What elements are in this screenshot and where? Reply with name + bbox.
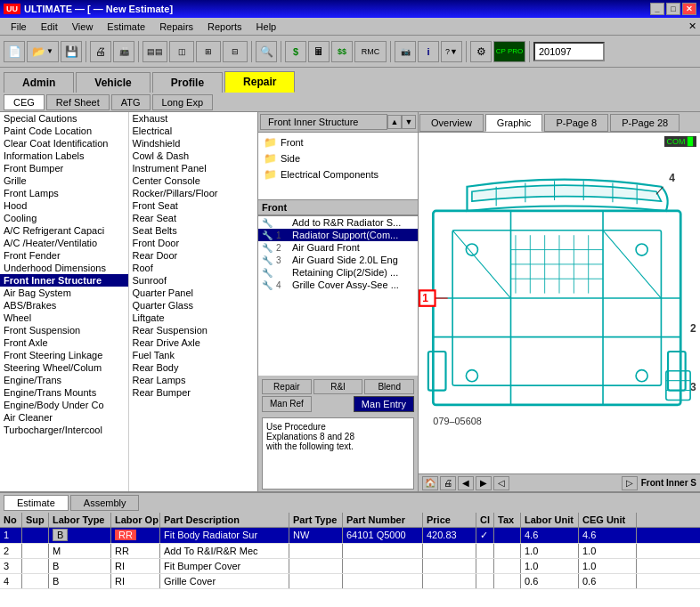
toolbar-btn3[interactable]: ▤▤ — [142, 41, 167, 62]
man-ref-btn[interactable]: Man Ref — [262, 396, 312, 412]
toolbar-info[interactable]: i — [418, 41, 439, 62]
toolbar-btn5[interactable]: ⊞ — [196, 41, 221, 62]
cat-fuel-tank[interactable]: Fuel Tank — [129, 349, 258, 361]
cat-clear-coat[interactable]: Clear Coat Identification — [0, 137, 128, 150]
cat-rocker[interactable]: Rocker/Pillars/Floor — [129, 187, 258, 199]
graphic-home-btn[interactable]: 🏠 — [422, 476, 438, 490]
menu-estimate[interactable]: Estimate — [100, 20, 152, 34]
graphic-collapse-btn[interactable]: ◁ — [493, 476, 509, 490]
cat-front-fender[interactable]: Front Fender — [0, 249, 128, 262]
cat-front-lamps[interactable]: Front Lamps — [0, 187, 128, 199]
rri-btn[interactable]: R&I — [313, 379, 363, 394]
cat-seat-belts[interactable]: Seat Belts — [129, 224, 258, 237]
part-item-5[interactable]: 🔧 4 Grille Cover Assy-See ... — [258, 279, 418, 291]
cat-special-cautions[interactable]: Special Cautions — [0, 112, 128, 125]
cat-sunroof[interactable]: Sunroof — [129, 274, 258, 287]
cat-grille[interactable]: Grille — [0, 174, 128, 187]
cat-roof[interactable]: Roof — [129, 262, 258, 274]
cat-turbo[interactable]: Turbocharger/Intercool — [0, 424, 128, 436]
cat-rear-susp[interactable]: Rear Suspension — [129, 324, 258, 336]
cat-quarter-panel[interactable]: Quarter Panel — [129, 287, 258, 299]
tab-ppage8[interactable]: P-Page 8 — [544, 114, 608, 132]
tab-profile[interactable]: Profile — [152, 72, 223, 93]
toolbar-new[interactable]: 📄 — [4, 41, 25, 62]
menu-reports[interactable]: Reports — [200, 20, 249, 34]
part-item-2[interactable]: 🔧 2 Air Guard Front — [258, 241, 418, 254]
repair-btn[interactable]: Repair — [262, 379, 312, 394]
tree-scroll-down[interactable]: ▼ — [402, 115, 416, 129]
part-item-1[interactable]: 🔧 1 Radiator Support(Com... — [258, 229, 418, 241]
cat-rear-bumper[interactable]: Rear Bumper — [129, 386, 258, 399]
menu-edit[interactable]: Edit — [34, 20, 65, 34]
toolbar-open-dropdown[interactable]: 📂▼ — [27, 41, 59, 62]
cat-steering-linkage[interactable]: Front Steering Linkage — [0, 349, 128, 361]
table-row[interactable]: 2 M RR Add To R&I/R&R Mec 1.0 1.0 — [0, 544, 700, 559]
cat-airbag[interactable]: Air Bag System — [0, 287, 128, 299]
tab-ppage28[interactable]: P-Page 28 — [610, 114, 680, 132]
toolbar-print[interactable]: 🖨 — [90, 41, 111, 62]
toolbar-gear[interactable]: ⚙ — [470, 41, 492, 62]
maximize-button[interactable]: □ — [666, 3, 680, 15]
table-row[interactable]: 1 B RR Fit Body Radiator Sur NW 64101 Q5… — [0, 528, 700, 544]
cat-abs[interactable]: ABS/Brakes — [0, 299, 128, 312]
blend-btn[interactable]: Blend — [364, 379, 414, 394]
cat-engine-trans[interactable]: Engine/Trans — [0, 374, 128, 386]
toolbar-dollar[interactable]: $ — [285, 41, 306, 62]
cat-rear-body[interactable]: Rear Body — [129, 361, 258, 374]
tree-folder-side[interactable]: 📁 Side — [260, 150, 416, 166]
cat-front-axle[interactable]: Front Axle — [0, 336, 128, 349]
toolbar-camera[interactable]: 📷 — [395, 41, 416, 62]
part-item-4[interactable]: 🔧 Retaining Clip(2/Side) ... — [258, 266, 418, 279]
part-item-0[interactable]: 🔧 Add to R&R Radiator S... — [258, 216, 418, 229]
cat-paint-code[interactable]: Paint Code Location — [0, 125, 128, 137]
cat-front-inner[interactable]: Front Inner Structure — [0, 274, 128, 287]
minimize-button[interactable]: _ — [650, 3, 664, 15]
tab-vehicle[interactable]: Vehicle — [76, 72, 150, 93]
cat-ac-heater[interactable]: A/C /Heater/Ventilatio — [0, 237, 128, 249]
menu-close[interactable]: ✕ — [688, 20, 696, 32]
tab-repair[interactable]: Repair — [224, 71, 295, 93]
estimate-number-input[interactable] — [533, 42, 605, 61]
cat-rear-drive[interactable]: Rear Drive Axle — [129, 336, 258, 349]
tab-graphic[interactable]: Graphic — [485, 114, 543, 132]
cat-underhood[interactable]: Underhood Dimensions — [0, 262, 128, 274]
part-item-3[interactable]: 🔧 3 Air Guard Side 2.0L Eng — [258, 254, 418, 266]
cat-rear-seat[interactable]: Rear Seat — [129, 212, 258, 224]
graphic-print-btn[interactable]: 🖨 — [440, 476, 456, 490]
toolbar-btn4[interactable]: ◫ — [169, 41, 194, 62]
sub-tab-ceg[interactable]: CEG — [4, 94, 45, 110]
cat-center-console[interactable]: Center Console — [129, 174, 258, 187]
cat-front-bumper[interactable]: Front Bumper — [0, 162, 128, 174]
cat-liftgate[interactable]: Liftgate — [129, 312, 258, 324]
sub-tab-refsheet[interactable]: Ref Sheet — [46, 94, 110, 110]
bottom-tab-assembly[interactable]: Assembly — [70, 495, 140, 511]
tree-scroll-up[interactable]: ▲ — [387, 115, 402, 129]
cat-steering-wheel[interactable]: Steering Wheel/Colum — [0, 361, 128, 374]
tab-admin[interactable]: Admin — [4, 72, 74, 93]
man-entry-btn[interactable]: Man Entry — [354, 396, 414, 412]
menu-file[interactable]: File — [4, 20, 34, 34]
graphic-expand-btn[interactable]: ▷ — [622, 476, 638, 490]
cat-rear-lamps[interactable]: Rear Lamps — [129, 374, 258, 386]
cat-ac-ref[interactable]: A/C Refrigerant Capaci — [0, 224, 128, 237]
menu-view[interactable]: View — [65, 20, 101, 34]
toolbar-calc[interactable]: 🖩 — [308, 41, 330, 62]
menu-help[interactable]: Help — [249, 20, 284, 34]
cat-hood[interactable]: Hood — [0, 199, 128, 212]
cat-front-susp[interactable]: Front Suspension — [0, 324, 128, 336]
cat-engine-body[interactable]: Engine/Body Under Co — [0, 399, 128, 411]
cat-engine-mounts[interactable]: Engine/Trans Mounts — [0, 386, 128, 399]
bottom-tab-estimate[interactable]: Estimate — [4, 495, 69, 511]
cat-front-seat[interactable]: Front Seat — [129, 199, 258, 212]
close-button[interactable]: ✕ — [682, 3, 696, 15]
tree-folder-electrical[interactable]: 📁 Electrical Components — [260, 166, 416, 182]
toolbar-cppro[interactable]: CP PRO — [493, 41, 525, 62]
cat-quarter-glass[interactable]: Quarter Glass — [129, 299, 258, 312]
table-row[interactable]: 3 B RI Fit Bumper Cover 1.0 1.0 — [0, 559, 700, 574]
tab-overview[interactable]: Overview — [419, 114, 484, 132]
cat-cooling[interactable]: Cooling — [0, 212, 128, 224]
cat-rear-door[interactable]: Rear Door — [129, 249, 258, 262]
cat-front-door[interactable]: Front Door — [129, 237, 258, 249]
toolbar-dollar2[interactable]: $$ — [331, 41, 353, 62]
toolbar-help-btn[interactable]: ?▼ — [441, 41, 462, 62]
